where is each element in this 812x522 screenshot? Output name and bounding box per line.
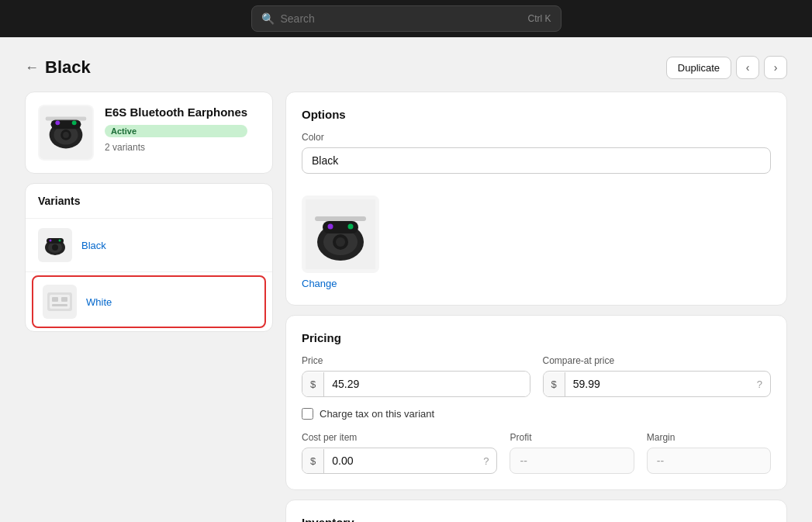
product-card: E6S Bluetooth Earphones Active 2 variant… <box>25 92 273 174</box>
profit-field: Profit <box>510 432 634 474</box>
variant-thumbnail-black <box>38 228 72 262</box>
page-header-left: ← Black <box>25 57 91 78</box>
margin-label: Margin <box>647 432 771 443</box>
svg-point-7 <box>72 120 77 125</box>
variant-item-white[interactable]: White <box>32 275 266 328</box>
product-name: E6S Bluetooth Earphones <box>105 105 247 120</box>
svg-rect-20 <box>61 297 67 302</box>
svg-rect-30 <box>315 216 366 221</box>
main-content: ← Black Duplicate ‹ › <box>0 37 812 522</box>
profit-input <box>510 448 634 474</box>
compare-input-wrapper: $ ? <box>543 371 772 397</box>
svg-point-29 <box>348 224 354 230</box>
search-bar[interactable]: 🔍 Ctrl K <box>251 5 561 32</box>
cost-help-icon: ? <box>475 449 496 473</box>
topbar: 🔍 Ctrl K <box>0 0 812 37</box>
compare-help-icon: ? <box>749 372 770 396</box>
cost-currency: $ <box>302 449 324 473</box>
price-row: Price $ Compare-at price $ ? <box>302 355 771 397</box>
price-currency: $ <box>302 372 324 396</box>
svg-rect-13 <box>47 238 64 244</box>
cost-field: Cost per item $ ? <box>302 432 497 474</box>
tax-checkbox[interactable] <box>302 408 313 420</box>
compare-input[interactable] <box>565 372 749 396</box>
svg-point-6 <box>55 120 60 125</box>
variants-section: Variants Black <box>25 183 273 332</box>
product-thumbnail <box>38 105 94 161</box>
svg-rect-5 <box>51 119 81 129</box>
variant-thumbnail-white <box>43 285 77 319</box>
variants-count: 2 variants <box>105 142 247 153</box>
cost-input-wrapper: $ ? <box>302 448 497 474</box>
duplicate-button[interactable]: Duplicate <box>666 57 731 79</box>
pricing-title: Pricing <box>302 331 771 344</box>
change-image-link[interactable]: Change <box>302 278 337 289</box>
options-title: Options <box>302 108 771 121</box>
color-input[interactable] <box>302 147 771 174</box>
cost-label: Cost per item <box>302 432 497 443</box>
variant-image-white <box>44 286 75 317</box>
header-actions: Duplicate ‹ › <box>666 56 787 79</box>
search-input[interactable] <box>281 12 522 25</box>
svg-rect-19 <box>52 297 58 302</box>
svg-point-28 <box>328 224 333 230</box>
svg-point-4 <box>63 132 69 138</box>
status-badge: Active <box>105 125 247 137</box>
preview-image <box>306 199 375 269</box>
price-input[interactable] <box>324 372 529 396</box>
margin-field: Margin <box>647 432 771 474</box>
svg-rect-21 <box>52 304 67 306</box>
variant-image-preview <box>302 195 379 273</box>
svg-rect-8 <box>46 117 86 121</box>
variant-item-black[interactable]: Black <box>26 219 272 272</box>
tax-label[interactable]: Charge tax on this variant <box>320 408 434 420</box>
color-label: Color <box>302 132 771 143</box>
price-field: Price $ <box>302 355 530 397</box>
search-shortcut: Ctrl K <box>528 13 551 24</box>
variant-label-white: White <box>86 296 112 308</box>
cpm-row: Cost per item $ ? Profit Mar <box>302 432 771 474</box>
variant-image-black <box>40 230 71 261</box>
page-header: ← Black Duplicate ‹ › <box>25 56 787 79</box>
page-title: Black <box>45 57 91 78</box>
svg-point-12 <box>52 244 58 251</box>
pricing-card: Pricing Price $ Compare-at price <box>285 315 787 490</box>
left-panel: E6S Bluetooth Earphones Active 2 variant… <box>25 92 273 332</box>
content: E6S Bluetooth Earphones Active 2 variant… <box>25 92 787 522</box>
svg-point-14 <box>50 240 52 242</box>
product-info: E6S Bluetooth Earphones Active 2 variant… <box>105 105 247 153</box>
profit-label: Profit <box>510 432 634 443</box>
tax-row: Charge tax on this variant <box>302 408 771 420</box>
image-section: Change <box>302 185 771 289</box>
svg-rect-18 <box>50 295 70 309</box>
compare-currency: $ <box>544 372 565 396</box>
compare-price-field: Compare-at price $ ? <box>543 355 772 397</box>
next-button[interactable]: › <box>764 56 787 79</box>
svg-point-15 <box>59 240 61 242</box>
cost-input[interactable] <box>324 448 475 473</box>
variants-header: Variants <box>26 184 272 219</box>
inventory-title: Inventory <box>302 516 771 522</box>
back-button[interactable]: ← <box>25 60 39 76</box>
variant-label-black: Black <box>81 240 106 251</box>
product-image <box>40 106 92 159</box>
prev-button[interactable]: ‹ <box>736 56 759 79</box>
compare-label: Compare-at price <box>543 355 772 366</box>
inventory-card: Inventory <box>285 500 787 522</box>
price-label: Price <box>302 355 530 366</box>
svg-point-26 <box>336 237 345 247</box>
options-card: Options Color <box>285 92 787 306</box>
right-panel: Options Color <box>285 92 787 522</box>
price-input-wrapper: $ <box>302 371 530 397</box>
search-icon: 🔍 <box>261 12 275 25</box>
margin-input <box>647 448 771 474</box>
